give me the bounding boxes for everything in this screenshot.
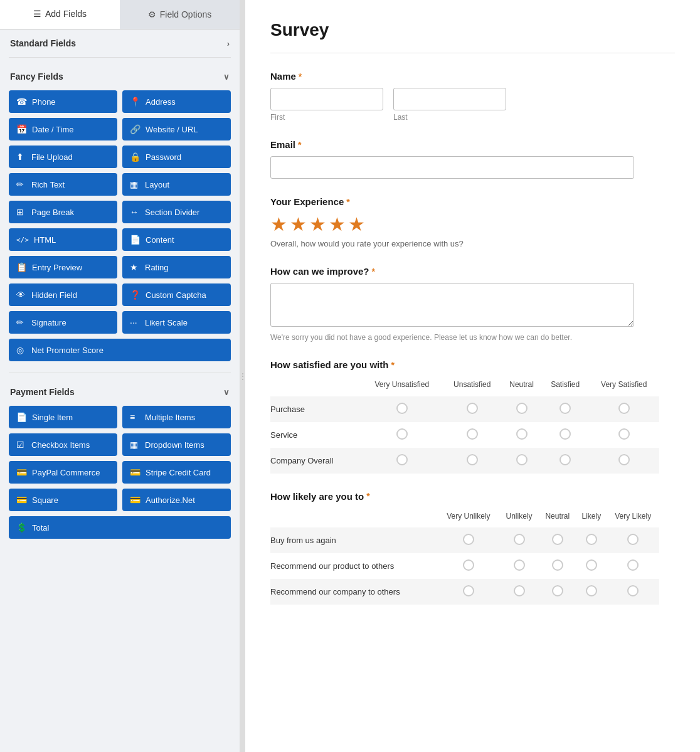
star-1[interactable]: ★ [270, 213, 287, 235]
last-name-input[interactable] [393, 88, 506, 110]
right-panel: Survey Name * First Last Email * Your [245, 0, 700, 752]
field-btn-checkbox-items[interactable]: ☑ Checkbox Items [9, 433, 117, 456]
radio-recommend-company-likely[interactable] [586, 585, 597, 596]
radio-company-unsatisfied[interactable] [467, 454, 478, 465]
radio-service-satisfied[interactable] [559, 428, 571, 440]
layout-icon: ▦ [130, 179, 140, 189]
star-3[interactable]: ★ [309, 213, 326, 235]
field-btn-dropdown-items[interactable]: ▦ Dropdown Items [122, 433, 231, 456]
field-btn-address[interactable]: 📍 Address [122, 90, 231, 113]
field-btn-hidden-field[interactable]: 👁 Hidden Field [9, 283, 117, 306]
radio-recommend-product-unlikely[interactable] [514, 559, 525, 571]
field-btn-entry-preview[interactable]: 📋 Entry Preview [9, 256, 117, 278]
satisfaction-col-very-satisfied: Very Satisfied [589, 376, 660, 396]
radio-service-unsatisfied[interactable] [467, 428, 478, 440]
field-btn-total[interactable]: 💲 Total [9, 516, 231, 539]
payment-fields-chevron[interactable]: ∨ [223, 388, 230, 397]
radio-recommend-product-very-unlikely[interactable] [463, 559, 474, 571]
left-panel: ☰ Add Fields ⚙ Field Options Standard Fi… [0, 0, 240, 752]
field-btn-square[interactable]: 💳 Square [9, 489, 117, 511]
radio-service-very-satisfied[interactable] [618, 428, 630, 440]
radio-purchase-very-unsatisfied[interactable] [396, 403, 408, 414]
field-btn-section-divider[interactable]: ↔ Section Divider [122, 201, 231, 223]
radio-purchase-neutral[interactable] [516, 403, 528, 414]
radio-recommend-company-unlikely[interactable] [514, 585, 525, 596]
radio-recommend-product-likely[interactable] [586, 559, 597, 571]
fancy-fields-chevron[interactable]: ∨ [223, 72, 230, 82]
field-btn-stripe-credit-card[interactable]: 💳 Stripe Credit Card [122, 461, 231, 484]
single-item-icon: 📄 [16, 412, 27, 422]
rich-text-icon: ✏ [16, 179, 26, 189]
improve-hint: We're sorry you did not have a good expe… [270, 333, 675, 342]
required-star-experience: * [346, 197, 349, 207]
field-btn-paypal-commerce[interactable]: 💳 PayPal Commerce [9, 461, 117, 484]
payment-fields-header[interactable]: Payment Fields ∨ [0, 378, 240, 403]
radio-recommend-company-neutral[interactable] [552, 585, 563, 596]
field-btn-net-promoter-score[interactable]: ◎ Net Promoter Score [9, 339, 231, 361]
field-btn-page-break[interactable]: ⊞ Page Break [9, 201, 117, 223]
radio-company-very-satisfied[interactable] [618, 454, 630, 465]
radio-buy-very-unlikely[interactable] [463, 534, 474, 545]
field-btn-html[interactable]: </> HTML [9, 228, 117, 251]
field-btn-rating[interactable]: ★ Rating [122, 256, 231, 278]
radio-purchase-unsatisfied[interactable] [467, 403, 478, 414]
standard-fields-header[interactable]: Standard Fields › [0, 29, 240, 55]
radio-recommend-product-neutral[interactable] [552, 559, 563, 571]
field-btn-phone[interactable]: ☎ Phone [9, 90, 117, 113]
field-btn-website-url[interactable]: 🔗 Website / URL [122, 118, 231, 140]
field-btn-authorize-net[interactable]: 💳 Authorize.Net [122, 489, 231, 511]
satisfaction-col-row-header [270, 376, 361, 396]
field-btn-single-item[interactable]: 📄 Single Item [9, 406, 117, 428]
hidden-field-icon: 👁 [16, 290, 26, 300]
field-btn-file-upload[interactable]: ⬆ File Upload [9, 146, 117, 168]
radio-buy-neutral[interactable] [552, 534, 563, 545]
field-btn-multiple-items[interactable]: ≡ Multiple Items [122, 406, 231, 428]
resize-handle[interactable]: ⋮ [240, 0, 245, 752]
field-group-improve: How can we improve? * We're sorry you di… [270, 266, 675, 342]
field-btn-content[interactable]: 📄 Content [122, 228, 231, 251]
stripe-credit-card-icon: 💳 [130, 467, 141, 477]
star-2[interactable]: ★ [290, 213, 307, 235]
radio-recommend-product-very-likely[interactable] [627, 559, 639, 571]
radio-recommend-company-very-unlikely[interactable] [463, 585, 474, 596]
likelihood-row-recommend-product: Recommend our product to others [270, 553, 438, 579]
radio-company-very-unsatisfied[interactable] [396, 454, 408, 465]
field-btn-rating-label: Rating [145, 263, 169, 272]
tab-field-options-label: Field Options [160, 9, 211, 19]
star-5[interactable]: ★ [348, 213, 365, 235]
radio-buy-likely[interactable] [586, 534, 597, 545]
field-btn-password[interactable]: 🔒 Password [122, 146, 231, 168]
experience-desc: Overall, how would you rate your experie… [270, 239, 675, 248]
radio-recommend-company-very-likely[interactable] [627, 585, 639, 596]
field-btn-stripe-credit-card-label: Stripe Credit Card [146, 468, 211, 477]
radio-service-very-unsatisfied[interactable] [396, 428, 408, 440]
field-options-icon: ⚙ [148, 9, 156, 19]
field-label-email: Email * [270, 139, 675, 150]
field-btn-date-time[interactable]: 📅 Date / Time [9, 118, 117, 140]
field-btn-custom-captcha[interactable]: ❓ Custom Captcha [122, 283, 231, 306]
radio-buy-very-likely[interactable] [627, 534, 639, 545]
radio-purchase-satisfied[interactable] [559, 403, 571, 414]
stars-row[interactable]: ★ ★ ★ ★ ★ [270, 213, 675, 235]
tab-field-options[interactable]: ⚙ Field Options [120, 0, 240, 29]
tab-add-fields[interactable]: ☰ Add Fields [0, 0, 120, 29]
field-btn-address-label: Address [146, 97, 176, 107]
radio-company-neutral[interactable] [516, 454, 528, 465]
field-label-experience: Your Experience * [270, 196, 675, 207]
radio-service-neutral[interactable] [516, 428, 528, 440]
field-label-improve: How can we improve? * [270, 266, 675, 277]
square-icon: 💳 [16, 495, 27, 505]
fancy-fields-header[interactable]: Fancy Fields ∨ [0, 63, 240, 88]
field-btn-signature[interactable]: ✏ Signature [9, 311, 117, 334]
field-btn-likert-scale[interactable]: ··· Likert Scale [122, 311, 231, 334]
email-input[interactable] [270, 156, 634, 179]
field-btn-layout[interactable]: ▦ Layout [122, 173, 231, 196]
star-4[interactable]: ★ [329, 213, 346, 235]
first-name-input[interactable] [270, 88, 383, 110]
radio-purchase-very-satisfied[interactable] [618, 403, 630, 414]
radio-company-satisfied[interactable] [559, 454, 571, 465]
required-star-name: * [299, 71, 302, 82]
improve-textarea[interactable] [270, 283, 634, 327]
radio-buy-unlikely[interactable] [514, 534, 525, 545]
field-btn-rich-text[interactable]: ✏ Rich Text [9, 173, 117, 196]
